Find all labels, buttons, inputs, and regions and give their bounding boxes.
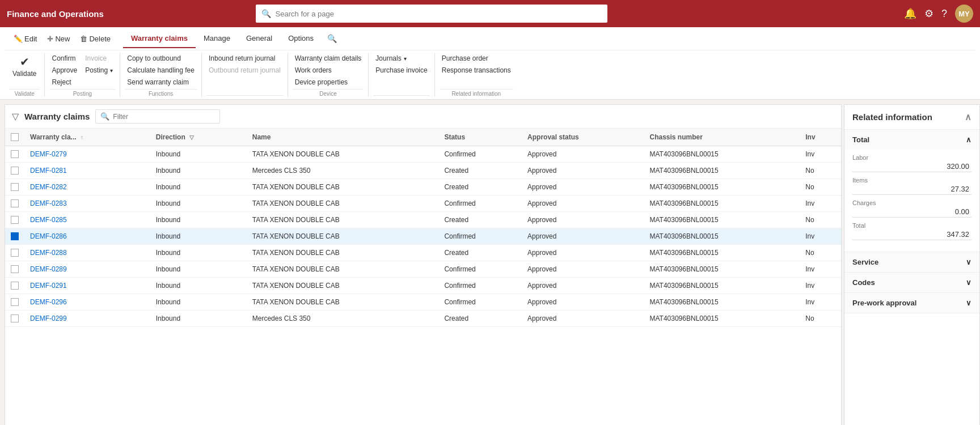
- claim-id-cell[interactable]: DEMF-0286: [24, 228, 150, 245]
- tab-options[interactable]: Options: [280, 29, 322, 48]
- claim-id-link[interactable]: DEMF-0296: [30, 298, 67, 306]
- table-row[interactable]: DEMF-0299 Inbound Mercedes CLS 350 Creat…: [5, 311, 841, 327]
- table-row[interactable]: DEMF-0289 Inbound TATA XENON DOUBLE CAB …: [5, 261, 841, 278]
- claim-id-cell[interactable]: DEMF-0282: [24, 179, 150, 196]
- claim-id-cell[interactable]: DEMF-0279: [24, 146, 150, 163]
- edit-button[interactable]: ✏️ Edit: [9, 32, 41, 45]
- claim-id-cell[interactable]: DEMF-0283: [24, 196, 150, 212]
- ribbon-group-related: Purchase order Response transactions Rel…: [435, 53, 518, 97]
- total-section-header[interactable]: Total ∧: [844, 130, 979, 150]
- row-checkbox[interactable]: [11, 167, 19, 175]
- row-check-cell[interactable]: [5, 245, 24, 261]
- claim-id-cell[interactable]: DEMF-0299: [24, 311, 150, 327]
- claim-id-link[interactable]: DEMF-0299: [30, 314, 67, 322]
- avatar[interactable]: MY: [955, 5, 973, 23]
- work-orders-button[interactable]: Work orders: [293, 65, 334, 76]
- claim-id-cell[interactable]: DEMF-0296: [24, 294, 150, 311]
- row-check-cell[interactable]: [5, 163, 24, 179]
- row-check-cell[interactable]: [5, 146, 24, 163]
- tab-warranty-claims[interactable]: Warranty claims: [123, 29, 196, 48]
- row-checkbox[interactable]: [11, 183, 19, 191]
- table-row[interactable]: DEMF-0279 Inbound TATA XENON DOUBLE CAB …: [5, 146, 841, 163]
- table-row[interactable]: DEMF-0285 Inbound TATA XENON DOUBLE CAB …: [5, 212, 841, 228]
- reject-button[interactable]: Reject: [49, 76, 73, 88]
- warranty-claim-details-button[interactable]: Warranty claim details: [293, 53, 364, 64]
- row-checkbox[interactable]: [11, 199, 19, 207]
- posting-button[interactable]: Posting ▾: [83, 65, 115, 76]
- tab-manage[interactable]: Manage: [196, 29, 238, 48]
- search-bar[interactable]: 🔍: [256, 5, 607, 23]
- outbound-return-journal-button[interactable]: Outbound return journal: [206, 65, 283, 76]
- calculate-handling-fee-button[interactable]: Calculate handling fee: [125, 65, 197, 76]
- search-input[interactable]: [276, 10, 602, 18]
- claim-id-cell[interactable]: DEMF-0291: [24, 278, 150, 294]
- claim-id-link[interactable]: DEMF-0282: [30, 183, 67, 191]
- edit-icon: ✏️: [14, 35, 23, 43]
- table-row[interactable]: DEMF-0291 Inbound TATA XENON DOUBLE CAB …: [5, 278, 841, 294]
- confirm-button[interactable]: Confirm: [49, 53, 78, 64]
- row-check-cell[interactable]: [5, 212, 24, 228]
- select-all-checkbox[interactable]: [11, 133, 19, 141]
- claim-id-cell[interactable]: DEMF-0289: [24, 261, 150, 278]
- table-row[interactable]: DEMF-0281 Inbound Mercedes CLS 350 Creat…: [5, 163, 841, 179]
- claim-id-link[interactable]: DEMF-0286: [30, 232, 67, 240]
- purchase-order-button[interactable]: Purchase order: [440, 53, 491, 64]
- claim-id-cell[interactable]: DEMF-0288: [24, 245, 150, 261]
- row-check-cell[interactable]: [5, 311, 24, 327]
- validate-button[interactable]: ✔ Validate: [9, 53, 40, 80]
- filter-input[interactable]: [113, 113, 215, 121]
- codes-section-header[interactable]: Codes ∨: [844, 273, 979, 292]
- claim-id-cell[interactable]: DEMF-0285: [24, 212, 150, 228]
- claim-id-link[interactable]: DEMF-0291: [30, 282, 67, 290]
- send-warranty-claim-button[interactable]: Send warranty claim: [125, 76, 191, 88]
- row-checkbox[interactable]: [11, 298, 19, 306]
- row-check-cell[interactable]: [5, 179, 24, 196]
- row-check-cell[interactable]: [5, 278, 24, 294]
- table-row[interactable]: DEMF-0282 Inbound TATA XENON DOUBLE CAB …: [5, 179, 841, 196]
- col-warranty-claim[interactable]: Warranty cla... ↑: [24, 129, 150, 146]
- claim-id-link[interactable]: DEMF-0285: [30, 216, 67, 224]
- claim-id-link[interactable]: DEMF-0283: [30, 199, 67, 207]
- copy-to-outbound-button[interactable]: Copy to outbound: [125, 53, 183, 64]
- collapse-button[interactable]: ∧: [965, 112, 971, 122]
- tab-general[interactable]: General: [238, 29, 280, 48]
- device-properties-button[interactable]: Device properties: [293, 76, 350, 88]
- row-checkbox[interactable]: [11, 314, 19, 322]
- settings-icon[interactable]: ⚙: [924, 7, 933, 20]
- invoice-button[interactable]: Invoice: [83, 53, 109, 64]
- journals-button[interactable]: Journals ▾: [373, 53, 408, 64]
- table-row[interactable]: DEMF-0288 Inbound TATA XENON DOUBLE CAB …: [5, 245, 841, 261]
- filter-icon[interactable]: ▽: [12, 111, 19, 122]
- claim-id-link[interactable]: DEMF-0288: [30, 249, 67, 257]
- row-checkbox[interactable]: [11, 265, 19, 273]
- pre-work-section-header[interactable]: Pre-work approval ∨: [844, 293, 979, 313]
- row-checkbox[interactable]: [11, 150, 19, 158]
- inbound-return-journal-button[interactable]: Inbound return journal: [206, 53, 277, 64]
- row-check-cell[interactable]: [5, 228, 24, 245]
- row-check-cell[interactable]: [5, 196, 24, 212]
- table-row[interactable]: DEMF-0296 Inbound TATA XENON DOUBLE CAB …: [5, 294, 841, 311]
- row-check-cell[interactable]: [5, 294, 24, 311]
- table-row[interactable]: DEMF-0283 Inbound TATA XENON DOUBLE CAB …: [5, 196, 841, 212]
- response-transactions-button[interactable]: Response transactions: [440, 65, 513, 76]
- delete-button[interactable]: 🗑 Delete: [75, 32, 115, 45]
- new-button[interactable]: ✚ New: [43, 32, 74, 45]
- service-section-header[interactable]: Service ∨: [844, 252, 979, 272]
- select-all-header[interactable]: [5, 129, 24, 146]
- purchase-invoice-button[interactable]: Purchase invoice: [373, 65, 429, 76]
- claim-id-link[interactable]: DEMF-0289: [30, 265, 67, 273]
- col-direction[interactable]: Direction ▽: [150, 129, 247, 146]
- row-checkbox[interactable]: [11, 232, 19, 240]
- table-row[interactable]: DEMF-0286 Inbound TATA XENON DOUBLE CAB …: [5, 228, 841, 245]
- notification-icon[interactable]: 🔔: [904, 7, 916, 20]
- row-checkbox[interactable]: [11, 282, 19, 290]
- row-checkbox[interactable]: [11, 249, 19, 257]
- approve-button[interactable]: Approve: [49, 65, 79, 76]
- claim-id-link[interactable]: DEMF-0281: [30, 167, 67, 175]
- row-check-cell[interactable]: [5, 261, 24, 278]
- help-icon[interactable]: ?: [941, 8, 947, 20]
- claim-id-link[interactable]: DEMF-0279: [30, 150, 67, 158]
- row-checkbox[interactable]: [11, 216, 19, 224]
- claim-id-cell[interactable]: DEMF-0281: [24, 163, 150, 179]
- search-ribbon-icon[interactable]: 🔍: [322, 29, 343, 48]
